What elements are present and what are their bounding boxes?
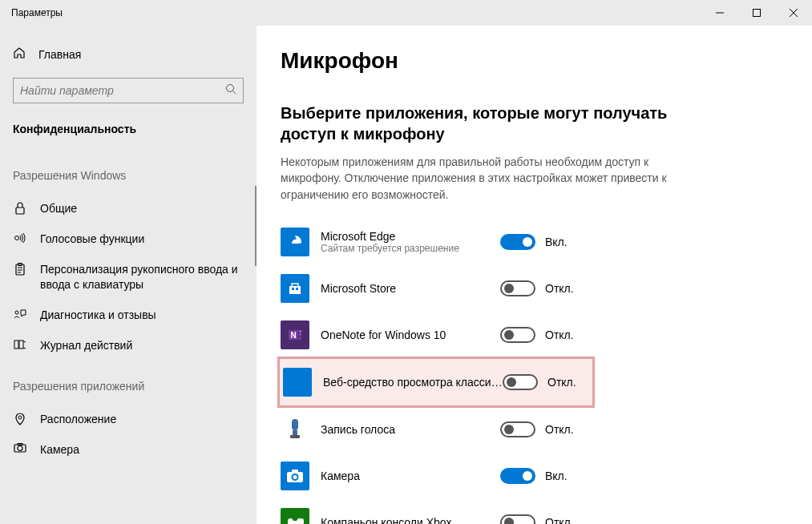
home-icon (13, 46, 26, 62)
sidebar-item-activity[interactable]: Журнал действий (0, 330, 257, 361)
page-title: Микрофон (281, 48, 780, 74)
app-row-onenote: N OneNote for Windows 10 Откл. (281, 312, 780, 358)
svg-rect-14 (14, 341, 18, 349)
onenote-icon: N (281, 320, 309, 349)
app-subtitle: Сайтам требуется разрешение (321, 243, 500, 254)
app-row-xbox: Компаньон консоли Xbox Откл. (281, 499, 780, 524)
svg-rect-32 (290, 435, 300, 438)
sidebar-item-label: Журнал действий (40, 338, 244, 353)
sidebar-item-label: Диагностика и отзывы (40, 308, 244, 322)
svg-point-35 (293, 475, 297, 479)
maximize-button[interactable] (738, 0, 775, 26)
home-nav[interactable]: Главная (0, 40, 257, 68)
app-name: Microsoft Store (321, 282, 500, 295)
svg-point-13 (15, 311, 18, 314)
svg-rect-15 (19, 341, 23, 349)
app-row-voice: Запись голоса Откл. (281, 406, 780, 453)
main-content: Микрофон Выберите приложения, которые мо… (257, 26, 812, 524)
svg-rect-27 (299, 330, 301, 333)
svg-rect-1 (753, 10, 761, 17)
svg-point-4 (227, 85, 234, 92)
sidebar-item-general[interactable]: Общие (0, 193, 257, 224)
search-input[interactable] (20, 84, 225, 97)
sidebar-item-label: Общие (40, 201, 244, 216)
toggle-edge[interactable] (500, 234, 535, 250)
sidebar-item-camera[interactable]: Камера (0, 434, 257, 465)
clipboard-icon (13, 262, 27, 276)
svg-rect-28 (299, 333, 301, 336)
svg-rect-24 (296, 288, 298, 290)
sidebar-item-label: Персонализация рукописного ввода и ввода… (40, 262, 244, 291)
app-name: Запись голоса (321, 423, 500, 436)
app-list: Microsoft Edge Сайтам требуется разрешен… (281, 219, 780, 524)
toggle-webview[interactable] (503, 374, 538, 390)
voice-recorder-icon (281, 415, 309, 444)
toggle-label: Вкл. (545, 470, 568, 482)
group-header-apps: Разрешения приложений (0, 361, 257, 404)
svg-rect-23 (292, 288, 294, 290)
app-name: Веб-средство просмотра классиче… (323, 376, 503, 389)
app-row-store: Microsoft Store Откл. (281, 265, 780, 312)
sidebar-item-label: Голосовые функции (40, 232, 244, 246)
svg-rect-22 (289, 286, 301, 294)
toggle-onenote[interactable] (500, 327, 535, 343)
app-row-webview: Веб-средство просмотра классиче… Откл. (277, 357, 595, 408)
home-label: Главная (38, 48, 81, 61)
window-title: Параметры (11, 7, 701, 18)
svg-point-20 (18, 446, 22, 451)
section-heading: Выберите приложения, которые могут получ… (281, 103, 697, 144)
toggle-label: Откл. (545, 516, 574, 524)
lock-icon (13, 201, 27, 215)
app-name: Камера (321, 470, 500, 482)
section-description: Некоторым приложениям для правильной раб… (281, 154, 697, 203)
minimize-button[interactable] (701, 0, 738, 26)
section-title: Конфиденциальность (0, 118, 257, 150)
group-header-windows: Разрешения Windows (0, 150, 257, 193)
toggle-label: Откл. (545, 282, 574, 295)
svg-rect-29 (299, 337, 301, 340)
toggle-label: Откл. (545, 329, 574, 341)
toggle-camera[interactable] (500, 468, 535, 484)
toggle-voice[interactable] (500, 421, 535, 437)
sidebar-item-location[interactable]: Расположение (0, 404, 257, 434)
toggle-store[interactable] (500, 280, 535, 296)
toggle-label: Вкл. (545, 236, 568, 248)
toggle-label: Откл. (545, 423, 574, 436)
titlebar: Параметры (0, 0, 812, 26)
svg-point-7 (15, 236, 19, 240)
app-row-edge: Microsoft Edge Сайтам требуется разрешен… (281, 219, 780, 265)
app-name: Microsoft Edge (321, 230, 500, 243)
sidebar: Главная Конфиденциальность Разрешения Wi… (0, 26, 257, 524)
sidebar-item-label: Камера (40, 442, 244, 457)
sidebar-item-inking[interactable]: Персонализация рукописного ввода и ввода… (0, 254, 257, 299)
search-icon (225, 83, 236, 98)
search-box[interactable] (13, 78, 244, 103)
svg-rect-6 (16, 208, 24, 214)
svg-point-18 (18, 416, 22, 419)
toggle-label: Откл. (547, 376, 576, 389)
camera-app-icon (281, 462, 309, 490)
history-icon (13, 338, 27, 350)
window-controls (701, 0, 812, 26)
store-icon (281, 274, 309, 303)
svg-text:N: N (290, 331, 296, 340)
app-name: OneNote for Windows 10 (321, 329, 500, 341)
camera-icon (13, 442, 27, 453)
sidebar-item-diagnostics[interactable]: Диагностика и отзывы (0, 300, 257, 330)
app-row-camera: Камера Вкл. (281, 453, 780, 499)
edge-icon (281, 228, 309, 256)
app-name: Компаньон консоли Xbox (321, 516, 500, 524)
svg-rect-36 (292, 470, 298, 473)
sidebar-item-speech[interactable]: Голосовые функции (0, 224, 257, 254)
sidebar-item-label: Расположение (40, 412, 244, 426)
feedback-icon (13, 308, 27, 320)
webview-icon (283, 368, 312, 397)
speech-icon (13, 232, 27, 244)
toggle-xbox[interactable] (500, 514, 535, 524)
svg-rect-31 (293, 430, 297, 435)
location-icon (13, 412, 27, 425)
svg-line-5 (233, 91, 236, 95)
xbox-icon (281, 508, 309, 524)
close-button[interactable] (775, 0, 812, 26)
svg-rect-30 (292, 419, 298, 430)
